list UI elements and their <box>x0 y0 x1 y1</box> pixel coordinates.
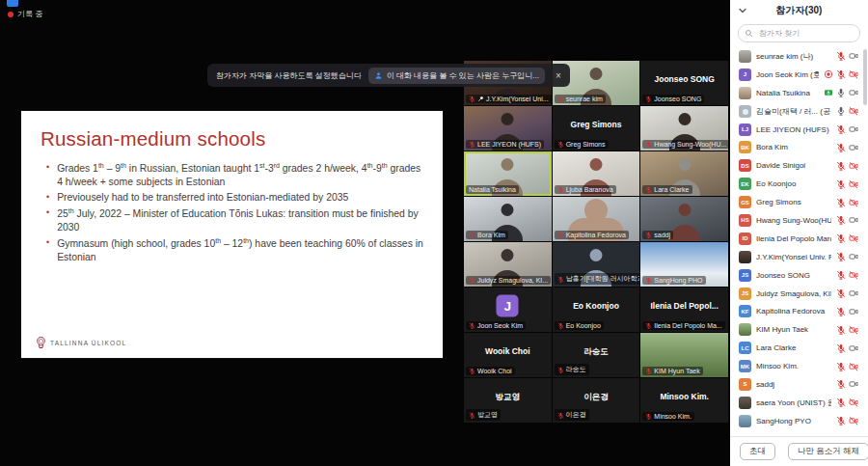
tile-name-text: KIM Hyun Taek <box>654 368 699 374</box>
mic-muted-icon <box>836 397 846 407</box>
logo-text: TALLINNA ÜLIKOOL <box>50 340 126 346</box>
tile-name-label: Natalia Tsuikina <box>466 185 519 194</box>
tile-center-name: Eo Koonjoo <box>553 301 640 311</box>
video-tile[interactable]: saddj <box>640 197 728 241</box>
scrollbar-thumb[interactable] <box>863 49 867 105</box>
mic-muted-icon <box>645 368 652 374</box>
camera-on-icon <box>849 379 858 389</box>
chevron-down-icon[interactable] <box>737 5 748 16</box>
participant-row[interactable]: saera Yoon (UNIST) 윤새라 <box>730 394 868 412</box>
participant-name: SangHong PYO <box>756 417 831 425</box>
tile-center-name: 방교영 <box>464 392 552 403</box>
mic-muted-icon <box>836 252 846 261</box>
camera-on-icon <box>849 143 858 152</box>
tile-name-text: Ljuba Baranova <box>566 186 613 193</box>
toast-close-icon[interactable]: × <box>556 70 561 81</box>
tile-name-text: Wooik Choi <box>477 368 512 374</box>
tile-name-text: Joon Seok Kim <box>477 322 523 329</box>
participant-row[interactable]: Ssaddj <box>730 375 868 394</box>
participant-row[interactable]: 김슬미(재택 / 러... (공동 호스트) <box>730 102 868 121</box>
participant-row[interactable]: LJLEE JIYEON (HUFS) (공동 호스트) <box>730 121 868 139</box>
camera-on-icon <box>849 88 858 97</box>
participant-name: J.Y.Kim(Yonsei Univ. Russian de... <box>756 253 831 261</box>
mic-muted-icon <box>836 179 846 189</box>
video-tile[interactable]: Hwang Sung-Woo(HU... <box>640 106 728 151</box>
video-tile[interactable]: LEE JIYEON (HUFS) <box>464 106 552 151</box>
video-tile[interactable]: Minsoo Kim.Minsoo Kim. <box>640 378 728 423</box>
participant-row[interactable]: JSJuldyz Smagulova, KIMEP Univ... <box>730 285 868 303</box>
participant-row[interactable]: EKEo Koonjoo <box>730 175 868 193</box>
participant-row[interactable]: IDIlenia Del Popolo Marchitto <box>730 230 868 248</box>
video-tile[interactable]: 남홍기[대학원 러시아학과] <box>553 242 640 287</box>
avatar: KF <box>739 305 751 317</box>
mic-muted-icon <box>557 141 564 148</box>
avatar <box>739 415 751 427</box>
video-tile[interactable]: Kapitolina Fedorova <box>553 197 640 241</box>
mic-muted-icon <box>469 277 475 284</box>
video-tile[interactable]: KIM Hyun Taek <box>640 333 728 377</box>
participant-row[interactable]: MKMinsoo Kim. <box>730 357 868 375</box>
video-tile[interactable]: Greg SimonsGreg Simons <box>553 106 640 151</box>
video-tile[interactable]: Ljuba Baranova <box>553 151 640 196</box>
video-tile[interactable]: 이은경이은경 <box>553 378 640 423</box>
mic-muted-icon <box>836 362 846 371</box>
mic-muted-icon <box>836 69 846 79</box>
participant-row[interactable]: KIM Hyun Taek <box>730 320 868 339</box>
video-tile[interactable]: Wooik ChoiWooik Choi <box>464 333 552 377</box>
participant-status-icons <box>824 69 858 79</box>
captions-toast: 참가자가 자막을 사용하도록 설정했습니다 이 대화 내용을 볼 수 있는 사람… <box>207 64 570 87</box>
participant-name: Juldyz Smagulova, KIMEP Univ... <box>756 289 831 298</box>
video-tile[interactable]: 방교영방교영 <box>464 378 552 423</box>
video-tile[interactable]: Bora Kim <box>464 197 552 241</box>
camera-on-icon <box>849 307 858 316</box>
tile-name-label: saddj <box>642 231 673 239</box>
invite-button[interactable]: 초대 <box>740 443 775 460</box>
video-tile[interactable]: SangHong PHO <box>640 242 728 287</box>
video-tile[interactable]: Lara Clarke <box>640 151 728 196</box>
participant-search-box[interactable] <box>738 24 860 42</box>
participant-status-icons <box>836 124 858 134</box>
video-tile[interactable]: Natalia Tsuikina <box>464 151 552 196</box>
bullet-text: 25th July, 2022 – Minister of Education … <box>57 206 424 234</box>
participant-name: Joon Seok Kim (호스트) <box>756 69 819 80</box>
camera-on-icon <box>849 124 858 134</box>
participant-row[interactable]: J.Y.Kim(Yonsei Univ. Russian de... <box>730 248 868 266</box>
mic-muted-icon <box>836 198 846 207</box>
slide-bullet: •25th July, 2022 – Minister of Education… <box>46 206 424 234</box>
camera-on-icon <box>849 252 858 261</box>
tile-name-text: saddj <box>654 232 670 238</box>
participant-row[interactable]: GSGreg Simons <box>730 193 868 211</box>
video-tile[interactable]: Eo KoonjooEo Koonjoo <box>553 288 640 332</box>
participant-row[interactable]: HSHwang Sung-Woo(HUFS) <box>730 211 868 230</box>
camera-off-icon <box>849 233 858 243</box>
slide-bullet: •Grades 1th – 9th in Russian, Estonian t… <box>46 161 424 189</box>
video-tile[interactable]: JJoon Seok Kim <box>464 288 552 332</box>
search-input[interactable] <box>757 28 854 39</box>
participant-row[interactable]: BKBora Kim <box>730 138 868 156</box>
participant-row[interactable]: SangHong PYO <box>730 412 868 430</box>
mic-muted-icon <box>836 343 846 353</box>
camera-off-icon <box>849 198 858 207</box>
avatar <box>739 105 751 118</box>
video-tile[interactable]: 라승도라승도 <box>553 333 640 377</box>
video-tile[interactable]: Juldyz Smagulova, KI... <box>464 242 552 287</box>
recording-label: 기록 중 <box>17 9 42 19</box>
tile-name-label: 라승도 <box>555 364 589 375</box>
participant-row[interactable]: Natalia Tsuikina <box>730 84 868 102</box>
participant-row[interactable]: KFKapitolina Fedorova <box>730 302 868 320</box>
bullet-text: Grades 1th – 9th in Russian, Estonian ta… <box>57 161 424 189</box>
mic-muted-icon <box>469 368 475 374</box>
tile-name-label: LEE JIYEON (HUFS) <box>466 140 544 149</box>
participant-name: seunrae kim (나) <box>756 51 831 62</box>
participant-row[interactable]: DSDavide Sinigoi <box>730 156 868 175</box>
who-can-see-button[interactable]: 이 대화 내용을 볼 수 있는 사람은 누구입니... <box>368 68 545 84</box>
video-tile[interactable]: Ilenia Del Popol...Ilenia Del Popolo Ma.… <box>640 288 728 332</box>
participant-row[interactable]: JSJoonseo SONG <box>730 266 868 285</box>
participant-row[interactable]: JJoon Seok Kim (호스트) <box>730 66 868 84</box>
unmute-button[interactable]: 나만 음소거 해제 <box>788 443 868 460</box>
participant-row[interactable]: seunrae kim (나) <box>730 47 868 66</box>
video-tile[interactable]: Joonseo SONGJoonseo SONG <box>640 61 728 105</box>
participant-row[interactable]: LCLara Clarke <box>730 339 868 357</box>
mic-muted-icon <box>645 322 652 329</box>
mic-muted-icon <box>469 141 475 148</box>
